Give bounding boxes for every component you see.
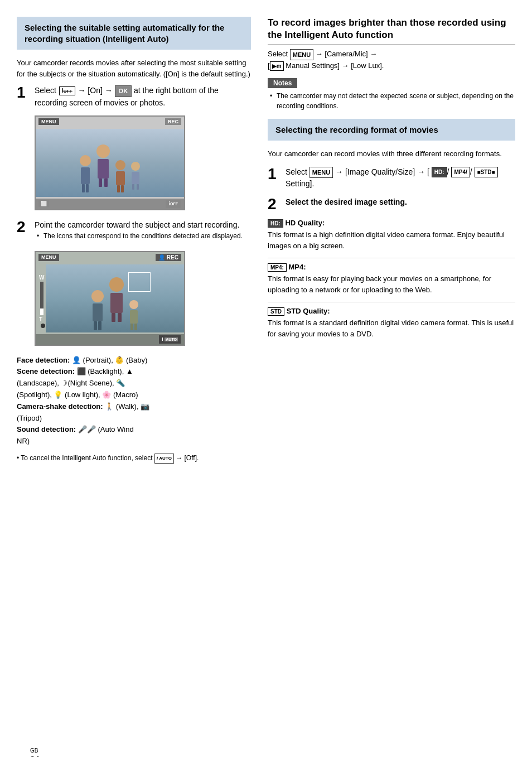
divider-1 xyxy=(268,258,515,258)
fig-2-1 xyxy=(91,290,104,330)
cam-top-bar-1: MENU REC xyxy=(36,117,184,127)
svg-rect-5 xyxy=(104,179,108,187)
step2-bullet: The icons that correspond to the conditi… xyxy=(35,231,251,241)
step2-container: 2 Point the camcorder toward the subject… xyxy=(17,219,251,244)
page-number: GB 34 xyxy=(30,745,40,757)
page-content: Selecting the suitable setting automatic… xyxy=(17,17,515,464)
step2-number: 2 xyxy=(17,219,29,244)
svg-rect-18 xyxy=(130,310,138,324)
recording-format-intro: Your camcorder can record movies with th… xyxy=(268,148,515,160)
rf-step1-container: 1 Select MENU → [Image Quality/Size] → [… xyxy=(268,166,515,190)
figure-4 xyxy=(130,162,141,191)
svg-rect-8 xyxy=(121,185,124,192)
cam-bottom-icon-left: ⬜ xyxy=(38,200,49,207)
svg-rect-6 xyxy=(116,171,125,185)
menu-icon-rf: MENU xyxy=(309,167,333,179)
figure-2 xyxy=(96,144,110,189)
svg-rect-4 xyxy=(99,179,102,187)
cam-menu-btn-2: MENU xyxy=(38,254,59,261)
std-quality-label: STD STD Quality: xyxy=(268,307,515,316)
step1-content: Select iOFF → [On] → OK at the right bot… xyxy=(35,85,251,109)
notes-content: The camcorder may not detect the expecte… xyxy=(268,91,515,111)
std-badge-2: STD xyxy=(268,307,284,316)
cam-iauto-icon-2: i AUTO xyxy=(159,335,181,344)
detection-info: Face detection: 👤 (Portrait), 👶 (Baby) S… xyxy=(17,355,251,447)
svg-rect-9 xyxy=(132,172,139,184)
brighter-section-title: To record images brighter than those rec… xyxy=(268,17,515,45)
figure-1 xyxy=(79,155,91,194)
left-section-title: Selecting the suitable setting automatic… xyxy=(17,17,251,50)
svg-rect-19 xyxy=(130,324,133,330)
notes-item-1: The camcorder may not detect the expecte… xyxy=(268,91,515,111)
ok-icon: OK xyxy=(115,85,132,97)
svg-rect-16 xyxy=(112,313,115,322)
step2-content: Point the camcorder toward the subject a… xyxy=(35,219,251,244)
svg-rect-12 xyxy=(93,303,103,321)
svg-rect-13 xyxy=(94,321,97,330)
svg-rect-0 xyxy=(81,167,90,184)
svg-rect-1 xyxy=(82,184,85,192)
svg-rect-7 xyxy=(117,185,120,192)
rf-step1-content: Select MENU → [Image Quality/Size] → [ H… xyxy=(286,166,515,190)
section-title-text: Selecting the suitable setting automatic… xyxy=(25,23,224,44)
svg-rect-2 xyxy=(86,184,89,192)
mp4-badge-1: ︎MP4/ xyxy=(451,167,470,177)
iauto-icon-cancel: i AUTO xyxy=(154,454,174,464)
cancel-note: • To cancel the Intelligent Auto functio… xyxy=(17,453,251,464)
zoom-dot xyxy=(41,324,45,328)
cam-figures-2 xyxy=(46,264,184,332)
page-wrapper: Selecting the suitable setting automatic… xyxy=(17,17,515,757)
cam-scene-2 xyxy=(46,264,184,332)
divider-2 xyxy=(268,302,515,302)
zoom-thumb xyxy=(40,308,43,315)
hd-quality-label: HD: HD Quality: xyxy=(268,219,515,228)
cam-figures-1 xyxy=(36,129,184,197)
zoom-track xyxy=(40,282,43,315)
mp4-quality-section: MP4: MP4: This format is easy for playin… xyxy=(268,263,515,295)
fig-2-3 xyxy=(129,300,139,330)
hd-badge-1: HD: xyxy=(432,167,447,177)
mp4-quality-desc: This format is easy for playing back you… xyxy=(268,273,515,295)
notes-header: Notes xyxy=(268,78,297,88)
rf-step2-number: 2 xyxy=(268,196,280,212)
cam-menu-btn: MENU xyxy=(38,118,59,125)
svg-rect-3 xyxy=(98,159,109,179)
rf-step2-container: 2 Select the desired image setting. xyxy=(268,196,515,212)
camera-screen-2: MENU 👤 REC xyxy=(35,251,185,346)
hd-quality-section: HD: HD Quality: This format is a high de… xyxy=(268,219,515,251)
cam-scene-1 xyxy=(36,129,184,197)
svg-rect-14 xyxy=(98,321,101,330)
rf-step1-number: 1 xyxy=(268,166,280,190)
hd-badge-2: HD: xyxy=(268,219,283,228)
right-column: To record images brighter than those rec… xyxy=(268,17,515,464)
std-badge-1: ■STD■ xyxy=(475,167,498,177)
mp4-quality-label: MP4: MP4: xyxy=(268,263,515,272)
svg-rect-10 xyxy=(132,184,134,190)
svg-rect-11 xyxy=(137,184,139,190)
std-quality-desc: This format is a standard definition dig… xyxy=(268,317,515,339)
camera-screen-1: MENU REC xyxy=(35,115,185,210)
cam-iauto-bottom: iOFF xyxy=(166,200,181,208)
step1-number: 1 xyxy=(17,85,29,109)
cam-rec-btn: REC xyxy=(165,118,181,125)
cam-bottom-bar-1: ⬜ iOFF xyxy=(36,199,184,209)
step1-container: 1 Select iOFF → [On] → OK at the right b… xyxy=(17,85,251,109)
left-column: Selecting the suitable setting automatic… xyxy=(17,17,251,464)
manual-icon: ▶m xyxy=(270,61,284,71)
svg-rect-20 xyxy=(134,324,137,330)
notes-box: Notes The camcorder may not detect the e… xyxy=(268,78,515,111)
figure-3 xyxy=(115,160,126,194)
face-detect-box xyxy=(128,272,151,292)
zoom-bar: W T xyxy=(39,274,45,328)
rf-step2-content: Select the desired image setting. xyxy=(286,196,515,212)
brighter-instruction: Select MENU → [Camera/Mic] → [▶m Manual … xyxy=(268,49,515,71)
hd-quality-desc: This format is a high definition digital… xyxy=(268,229,515,251)
iauto-icon: iOFF xyxy=(59,86,75,95)
fig-2-2 xyxy=(109,277,124,322)
recording-format-title-box: Selecting the recording format of movies xyxy=(268,119,515,141)
menu-icon-brighter: MENU xyxy=(290,49,313,61)
cam-bottom-bar-2: i AUTO xyxy=(36,334,184,345)
svg-rect-15 xyxy=(110,293,123,313)
mp4-badge-2: MP4: xyxy=(268,263,287,272)
cam-top-bar-2: MENU 👤 REC xyxy=(36,252,184,263)
